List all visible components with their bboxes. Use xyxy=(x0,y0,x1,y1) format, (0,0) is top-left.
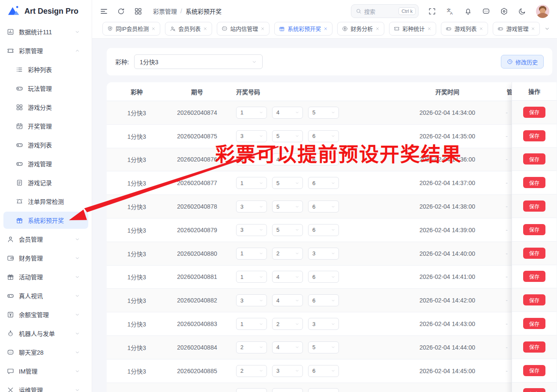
dark-mode-moon-icon[interactable] xyxy=(518,7,526,15)
sidebar-item-19[interactable]: 运维管理 xyxy=(3,381,88,392)
number-select[interactable] xyxy=(236,388,267,392)
sidebar-item-8[interactable]: 游戏记录 xyxy=(3,174,88,191)
close-icon[interactable] xyxy=(261,27,265,31)
sidebar-item-5[interactable]: 开奖管理 xyxy=(3,117,88,135)
number-select[interactable]: 3 xyxy=(236,200,267,212)
save-button[interactable]: 保存 xyxy=(523,388,545,392)
close-icon[interactable] xyxy=(323,27,328,31)
translate-icon[interactable]: 文A xyxy=(446,7,454,15)
tab-3[interactable]: 系统彩预开奖 xyxy=(274,22,332,36)
number-select[interactable]: 1 xyxy=(236,177,267,189)
number-select[interactable]: 3 xyxy=(236,224,267,236)
sidebar-item-16[interactable]: 机器人与发单 xyxy=(3,325,88,342)
number-select[interactable]: 3 xyxy=(272,365,303,377)
number-select[interactable]: 4 xyxy=(272,271,303,283)
logo[interactable]: Art Design Pro xyxy=(0,0,92,22)
save-button[interactable]: 保存 xyxy=(523,130,545,141)
close-icon[interactable] xyxy=(203,27,207,31)
message-icon[interactable] xyxy=(482,7,490,15)
sidebar-item-18[interactable]: IM管理 xyxy=(3,362,88,380)
sidebar-item-17[interactable]: 聊天室28 xyxy=(3,344,88,361)
tab-1[interactable]: 会员列表 xyxy=(165,22,212,36)
fullscreen-icon[interactable] xyxy=(428,7,436,15)
sidebar-item-10[interactable]: 系统彩预开奖 xyxy=(3,212,88,229)
number-select[interactable]: 1 xyxy=(236,318,267,330)
number-select[interactable]: 6 xyxy=(308,200,339,212)
sidebar-item-12[interactable]: 财务管理 xyxy=(3,249,88,266)
history-button[interactable]: 修改历史 xyxy=(501,55,544,69)
apps-grid-icon[interactable] xyxy=(134,7,142,15)
number-select[interactable]: 6 xyxy=(308,365,339,377)
number-select[interactable]: 5 xyxy=(272,177,303,189)
number-select[interactable]: 2 xyxy=(272,318,303,330)
save-button[interactable]: 保存 xyxy=(523,107,545,118)
tab-2[interactable]: 站内信管理 xyxy=(217,22,270,36)
number-select[interactable]: 1 xyxy=(236,271,267,283)
number-select[interactable]: 5 xyxy=(272,224,303,236)
number-select[interactable]: 4 xyxy=(272,107,303,119)
number-select[interactable]: 4 xyxy=(272,341,303,353)
close-icon[interactable] xyxy=(151,27,156,31)
number-select[interactable]: 1 xyxy=(236,107,267,119)
sidebar-item-0[interactable]: 数据统计111 xyxy=(3,23,88,40)
number-select[interactable]: 6 xyxy=(308,271,339,283)
breadcrumb-parent[interactable]: 彩票管理 xyxy=(153,7,177,15)
close-icon[interactable] xyxy=(479,27,483,31)
sidebar-item-7[interactable]: 游戏管理 xyxy=(3,155,88,172)
save-button[interactable]: 保存 xyxy=(523,153,545,165)
number-select[interactable]: 2 xyxy=(236,341,267,353)
number-select[interactable]: 5 xyxy=(308,107,339,119)
sidebar-item-2[interactable]: 彩种列表 xyxy=(3,61,88,78)
number-select[interactable]: 6 xyxy=(308,224,339,236)
number-select[interactable]: 5 xyxy=(308,341,339,353)
save-button[interactable]: 保存 xyxy=(523,271,545,282)
save-button[interactable]: 保存 xyxy=(523,341,545,353)
number-select[interactable]: 6 xyxy=(308,153,339,165)
save-button[interactable]: 保存 xyxy=(523,365,545,376)
save-button[interactable]: 保存 xyxy=(523,200,545,212)
close-icon[interactable] xyxy=(427,27,431,31)
close-icon[interactable] xyxy=(531,27,535,31)
menu-fold-icon[interactable] xyxy=(100,7,108,15)
save-button[interactable]: 保存 xyxy=(523,294,545,305)
number-select[interactable]: 5 xyxy=(272,130,303,142)
number-select[interactable]: 2 xyxy=(236,365,267,377)
tab-7[interactable]: 游戏管理 xyxy=(493,22,540,36)
sidebar-item-1[interactable]: 彩票管理 xyxy=(3,42,88,59)
sidebar-item-3[interactable]: 玩法管理 xyxy=(3,80,88,97)
sidebar-item-6[interactable]: 游戏列表 xyxy=(3,136,88,153)
number-select[interactable]: 4 xyxy=(272,294,303,306)
number-select[interactable]: 4 xyxy=(272,153,303,165)
number-select[interactable]: 3 xyxy=(236,130,267,142)
save-button[interactable]: 保存 xyxy=(523,177,545,188)
sidebar-item-15[interactable]: 余额宝管理 xyxy=(3,306,88,323)
refresh-icon[interactable] xyxy=(117,7,125,15)
sidebar-item-4[interactable]: 游戏分类 xyxy=(3,99,88,116)
number-select[interactable]: 2 xyxy=(272,248,303,260)
save-button[interactable]: 保存 xyxy=(523,224,545,235)
sidebar-item-11[interactable]: 会员管理 xyxy=(3,230,88,248)
number-select[interactable]: 6 xyxy=(308,130,339,142)
number-select[interactable]: 5 xyxy=(272,200,303,212)
close-icon[interactable] xyxy=(375,27,380,31)
sidebar-item-13[interactable]: 活动管理 xyxy=(3,268,88,285)
tab-5[interactable]: 彩种统计 xyxy=(389,22,436,36)
tab-6[interactable]: 游戏列表 xyxy=(441,22,488,36)
number-select[interactable] xyxy=(272,388,303,392)
tab-4[interactable]: 财务分析 xyxy=(337,22,384,36)
search-input[interactable]: 搜索 Ctrl k xyxy=(351,4,419,18)
number-select[interactable]: 1 xyxy=(236,248,267,260)
settings-icon[interactable] xyxy=(500,7,508,15)
number-select[interactable]: 3 xyxy=(236,294,267,306)
bell-icon[interactable] xyxy=(464,7,472,15)
number-select[interactable]: 6 xyxy=(308,294,339,306)
number-select[interactable]: 3 xyxy=(236,153,267,165)
user-avatar[interactable] xyxy=(536,5,549,18)
tabs-overflow-button[interactable] xyxy=(542,23,553,34)
lottery-type-select[interactable]: 1分快3 xyxy=(134,54,263,69)
save-button[interactable]: 保存 xyxy=(523,248,545,259)
sidebar-item-9[interactable]: 注单异常检测 xyxy=(3,193,88,210)
save-button[interactable]: 保存 xyxy=(523,318,545,329)
tab-0[interactable]: 同IP会员检测 xyxy=(102,22,160,36)
sidebar-item-14[interactable]: 真人视讯 xyxy=(3,287,88,304)
